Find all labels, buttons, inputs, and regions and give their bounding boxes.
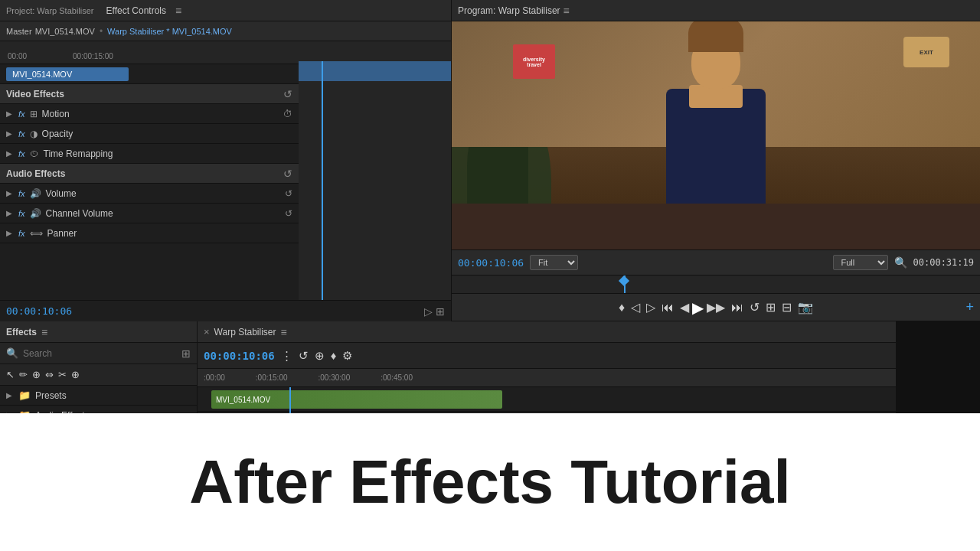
selection-tool[interactable]: ↖ (6, 369, 15, 380)
panner-expand[interactable]: ▶ (6, 229, 14, 237)
fit-dropdown[interactable]: Fit 25% 50% 100% (530, 255, 578, 270)
program-monitor-header: Program: Warp Stabiliser ≡ (452, 0, 980, 21)
tl-ruler-0: :00:00 (204, 373, 225, 382)
slide-tool[interactable]: ⇔ (45, 369, 54, 380)
effects-menu-icon[interactable]: ≡ (41, 326, 47, 338)
channel-volume-expand[interactable]: ▶ (6, 209, 14, 217)
export-frame-btn[interactable]: 📷 (795, 298, 816, 316)
warp-menu-icon[interactable]: ≡ (281, 326, 287, 338)
search-bar: 🔍 ⊞ (0, 343, 197, 364)
master-bar: Master MVI_0514.MOV • Warp Stabiliser * … (0, 21, 451, 41)
panner-fx: fx (18, 229, 25, 238)
in-point-btn[interactable]: ◁ (628, 298, 643, 316)
video-effects-title: Video Effects (6, 89, 64, 99)
channel-volume-stopwatch[interactable]: ↺ (285, 208, 292, 219)
audio-effects-reset[interactable]: ↺ (283, 168, 292, 180)
monitor-timecode: 00:00:10:06 (458, 257, 524, 269)
pen-tool[interactable]: ✏ (19, 369, 28, 380)
timeline-controls: 00:00:10:06 ⋮ ↺ ⊕ ♦ ⚙ (198, 343, 896, 369)
overwrite-btn[interactable]: ⊟ (779, 298, 795, 316)
transport-bar: ♦ ◁ ▷ ⏮ ◀ ▶ ▶▶ ⏭ ↺ ⊞ ⊟ 📷 + (452, 294, 980, 321)
opacity-row[interactable]: ▶ fx ◑ Opacity (0, 124, 299, 144)
project-label: Project: Warp Stabiliser (6, 6, 94, 15)
presets-folder[interactable]: ▶ 📁 Presets (0, 386, 197, 406)
play-back-btn[interactable]: ◀ (677, 298, 692, 316)
tutorial-text: After Effects Tutorial (189, 447, 790, 517)
tutorial-overlay: After Effects Tutorial (0, 413, 980, 551)
channel-volume-icon: 🔊 (30, 208, 41, 219)
warp-redo-btn[interactable]: ⊕ (315, 349, 325, 363)
render-icon[interactable]: ▷ (424, 305, 433, 318)
channel-volume-row[interactable]: ▶ fx 🔊 Channel Volume ↺ (0, 204, 299, 223)
end-timecode: 00:00:31:19 (913, 257, 974, 268)
close-btn[interactable]: × (204, 326, 210, 337)
play-fwd-btn[interactable]: ▶▶ (704, 298, 728, 316)
opacity-expand[interactable]: ▶ (6, 129, 14, 138)
new-bin-icon[interactable]: ⊞ (181, 347, 191, 360)
play-btn[interactable]: ▶ (692, 298, 704, 317)
volume-expand[interactable]: ▶ (6, 189, 14, 197)
master-clip[interactable]: MVI_0514.MOV (35, 27, 95, 36)
motion-row[interactable]: ▶ fx ⊞ Motion ⏱ (0, 104, 299, 124)
out-point-btn[interactable]: ▷ (643, 298, 658, 316)
monitor-controls: 00:00:10:06 Fit 25% 50% 100% Full Half Q… (452, 249, 980, 276)
export-icon[interactable]: ⊞ (436, 305, 445, 318)
presets-label: Presets (35, 390, 67, 401)
clip-bar: MVI_0514.MOV (6, 67, 129, 81)
master-label: Master (6, 27, 32, 36)
volume-icon: 🔊 (30, 188, 41, 199)
time-remapping-expand[interactable]: ▶ (6, 149, 14, 158)
full-dropdown[interactable]: Full Half Quarter (833, 255, 888, 270)
effect-controls-header: Project: Warp Stabiliser Effect Controls… (0, 0, 451, 21)
time-remapping-row[interactable]: ▶ fx ⏲ Time Remapping (0, 144, 299, 164)
panner-label: Panner (47, 228, 77, 239)
warp-undo-btn[interactable]: ↺ (299, 349, 309, 363)
ripple-tool[interactable]: ⊕ (32, 369, 41, 380)
warp-marker-btn[interactable]: ♦ (331, 349, 337, 362)
time-remapping-fx: fx (18, 149, 25, 158)
program-menu-icon[interactable]: ≡ (564, 5, 570, 17)
presets-expand[interactable]: ▶ (6, 391, 14, 399)
insert-btn[interactable]: ⊞ (763, 298, 779, 316)
warp-clip[interactable]: Warp Stabiliser * MVI_0514.MOV (107, 27, 232, 36)
video-clip[interactable]: MVI_0514.MOV (211, 390, 502, 409)
panel-menu-icon[interactable]: ≡ (175, 5, 181, 17)
tl-ruler-1: :00:15:00 (256, 373, 288, 382)
tl-ruler-3: :00:45:00 (381, 373, 413, 382)
warp-stabiliser-title: Warp Stabiliser (214, 327, 276, 337)
opacity-icon: ◑ (30, 129, 38, 139)
step-fwd-btn[interactable]: ⏭ (728, 299, 746, 316)
panner-row[interactable]: ▶ fx ⟺ Panner (0, 223, 299, 243)
warp-timecode: 00:00:10:06 (204, 350, 275, 362)
search-input[interactable] (23, 348, 177, 359)
search-icon: 🔍 (6, 347, 18, 359)
timecode-bar: 00:00:10:06 ▷ ⊞ (0, 300, 451, 321)
opacity-label: Opacity (42, 129, 74, 139)
motion-expand[interactable]: ▶ (6, 109, 14, 118)
time-remapping-icon: ⏲ (30, 148, 39, 159)
video-track-row: MVI_0514.MOV (198, 387, 896, 412)
razor-tool[interactable]: ✂ (58, 369, 67, 380)
marker-btn[interactable]: ♦ (616, 299, 628, 316)
warp-snap-btn[interactable]: ⋮ (281, 349, 292, 363)
zoom-icon[interactable]: 🔍 (894, 256, 907, 269)
motion-stopwatch[interactable]: ⏱ (283, 109, 292, 119)
volume-row[interactable]: ▶ fx 🔊 Volume ↺ (0, 184, 299, 204)
video-effects-reset[interactable]: ↺ (283, 88, 292, 100)
ruler-mark-0: 00:00 (8, 52, 27, 60)
loop-btn[interactable]: ↺ (746, 298, 763, 316)
playhead-line (624, 276, 626, 293)
channel-volume-fx: fx (18, 209, 25, 218)
effects-panel-header: Effects ≡ (0, 321, 197, 343)
effect-controls-tab[interactable]: Effect Controls (106, 5, 166, 16)
zoom-tool[interactable]: ⊕ (71, 369, 80, 380)
step-back-btn[interactable]: ⏮ (658, 299, 677, 316)
warp-settings-btn[interactable]: ⚙ (342, 349, 352, 363)
add-marker-btn[interactable]: + (965, 299, 974, 315)
timeline-ruler: :00:00 :00:15:00 :00:30:00 :00:45:00 (198, 369, 896, 387)
exit-sign: EXIT (903, 37, 949, 67)
volume-label: Volume (46, 188, 77, 199)
volume-stopwatch[interactable]: ↺ (285, 188, 292, 199)
playhead-bar[interactable] (452, 276, 980, 294)
current-timecode: 00:00:10:06 (6, 305, 72, 317)
